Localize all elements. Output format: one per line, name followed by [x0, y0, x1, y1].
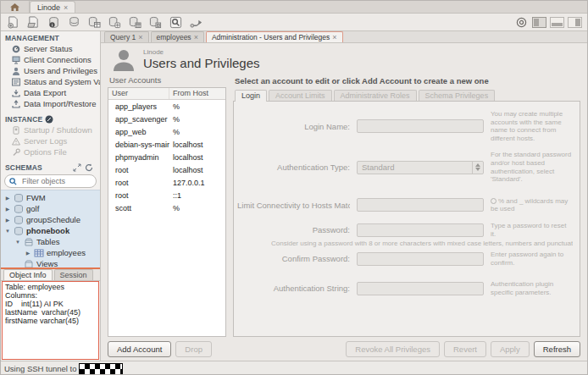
sidebar-item-label: Data Export — [24, 88, 66, 97]
refresh-button[interactable]: Refresh — [534, 341, 580, 357]
host-cell: % — [169, 128, 183, 136]
schema-tree-item-fwm[interactable]: ▶ FWM — [1, 192, 100, 203]
toggle-left-panel-icon[interactable] — [532, 17, 546, 28]
toggle-right-panel-icon[interactable] — [568, 17, 582, 28]
close-icon[interactable]: × — [64, 3, 68, 12]
open-sql-script-icon[interactable] — [26, 15, 41, 29]
sidebar-item-client-connections[interactable]: Client Connections — [1, 54, 100, 65]
table-row[interactable]: rootlocalhost — [108, 163, 225, 176]
apply-button[interactable]: Apply — [491, 341, 530, 357]
connection-tab[interactable]: Linode × — [30, 1, 75, 13]
schema-filter-input[interactable] — [20, 176, 88, 186]
tab-account-limits[interactable]: Account Limits — [269, 90, 332, 102]
table-row[interactable]: app_scavenger% — [108, 113, 225, 125]
migration-wizard-icon[interactable] — [189, 15, 203, 29]
user-cell: debian-sys-maint — [108, 141, 169, 149]
table-row[interactable]: phpmyadminlocalhost — [108, 151, 225, 163]
table-row[interactable]: app_players% — [108, 100, 225, 113]
db-add-view-icon[interactable] — [148, 15, 163, 29]
table-row[interactable]: scott% — [108, 201, 225, 214]
drop-button[interactable]: Drop — [175, 341, 212, 357]
dashboard-icon[interactable] — [514, 15, 529, 29]
mysql-workbench-window: Linode × MANAGEMENT — [0, 0, 588, 375]
tab-object-info[interactable]: Object Info — [3, 269, 53, 280]
close-icon[interactable]: × — [194, 33, 198, 41]
table-row[interactable]: root127.0.0.1 — [108, 176, 225, 189]
sidebar-item-label: Startup / Shutdown — [24, 125, 92, 135]
schemas-section-header: SCHEMAS — [1, 161, 100, 173]
tab-employees[interactable]: employees × — [151, 31, 204, 42]
tab-session[interactable]: Session — [54, 269, 93, 280]
schema-tree-item-golf[interactable]: ▶ golf — [1, 203, 100, 214]
sidebar-item-server-logs[interactable]: Server Logs — [1, 135, 100, 146]
schema-tree-item-views[interactable]: Views — [1, 258, 100, 267]
schema-tree-item-employees[interactable]: ▶ employees — [1, 247, 100, 258]
revert-button[interactable]: Revert — [444, 341, 486, 357]
table-row[interactable]: root::1 — [108, 189, 225, 201]
user-cell: root — [108, 191, 169, 200]
tab-administrative-roles[interactable]: Administrative Roles — [334, 90, 417, 102]
table-row[interactable]: debian-sys-maintlocalhost — [108, 138, 225, 151]
home-tab[interactable] — [1, 1, 30, 13]
toggle-bottom-panel-icon[interactable] — [550, 17, 564, 28]
confirm-password-label: Confirm Password: — [237, 254, 350, 263]
wrench-icon — [11, 147, 20, 157]
close-icon[interactable]: × — [138, 33, 142, 41]
db-schema-icon[interactable] — [87, 15, 102, 29]
refresh-schemas-icon[interactable] — [85, 163, 93, 172]
expand-panel-icon[interactable] — [73, 163, 81, 172]
schema-tree-item-phonebook[interactable]: ▼ phonebook — [1, 225, 100, 236]
db-status-icon[interactable] — [47, 15, 61, 29]
sidebar-item-startup-shutdown[interactable]: Startup / Shutdown — [1, 124, 100, 135]
tab-label: Administration - Users and Privileges — [212, 33, 330, 41]
sidebar-item-server-status[interactable]: Server Status — [1, 43, 100, 54]
sidebar-item-data-import[interactable]: Data Import/Restore — [1, 98, 100, 109]
host-cell: localhost — [169, 141, 207, 149]
sidebar-item-options-file[interactable]: Options File — [1, 146, 100, 157]
sidebar-item-status-system-variables[interactable]: Status and System Variables — [1, 76, 100, 87]
collapse-arrow-icon[interactable]: ▼ — [4, 229, 11, 234]
schema-tree-item-groupschedule[interactable]: ▶ groupSchedule — [1, 214, 100, 225]
schema-icon — [14, 227, 24, 235]
schema-tree: ▶ FWM ▶ golf ▶ groupSchedule ▼ p — [1, 190, 100, 267]
auth-type-value: Standard — [358, 163, 395, 172]
sidebar-item-label: Client Connections — [24, 55, 92, 64]
db-connections-icon[interactable] — [67, 15, 81, 29]
tab-schema-privileges[interactable]: Schema Privileges — [419, 90, 496, 102]
host-cell: localhost — [169, 166, 207, 174]
tab-administration-users-privileges[interactable]: Administration - Users and Privileges × — [206, 31, 343, 42]
expand-arrow-icon[interactable]: ▶ — [4, 217, 11, 223]
schema-filter-box[interactable] — [4, 174, 97, 188]
search-data-icon[interactable] — [169, 15, 183, 29]
schema-label: Tables — [36, 237, 59, 246]
db-add-table-icon[interactable] — [128, 15, 142, 29]
tab-login[interactable]: Login — [235, 90, 267, 102]
sidebar-item-label: Server Status — [24, 44, 73, 53]
new-query-icon[interactable] — [6, 15, 20, 29]
add-account-button[interactable]: Add Account — [108, 341, 171, 357]
close-icon[interactable]: × — [332, 33, 336, 41]
instance-config-icon[interactable] — [45, 115, 53, 124]
import-icon — [11, 99, 20, 108]
db-add-schema-icon[interactable] — [108, 15, 122, 29]
column-header-from-host[interactable]: From Host — [169, 88, 212, 99]
editor-tab-bar: Query 1 × employees × Administration - U… — [101, 31, 587, 43]
sidebar-item-users-and-privileges[interactable]: Users and Privileges — [1, 65, 100, 76]
host-cell: % — [169, 115, 183, 124]
schema-tree-item-tables[interactable]: ▼ Tables — [1, 236, 100, 247]
sidebar-item-label: Status and System Variables — [24, 77, 100, 86]
sidebar-item-data-export[interactable]: Data Export — [1, 87, 100, 98]
monitor-icon — [11, 55, 20, 64]
tab-query-1[interactable]: Query 1 × — [104, 31, 149, 42]
column-header-user[interactable]: User — [108, 88, 169, 99]
revoke-all-privileges-button[interactable]: Revoke All Privileges — [346, 341, 440, 357]
table-row[interactable]: app_web% — [108, 125, 225, 138]
table-header: User From Host — [108, 88, 225, 100]
collapse-arrow-icon[interactable]: ▼ — [14, 240, 21, 245]
user-cell: app_scavenger — [108, 115, 169, 124]
object-info-line: firstName varchar(45) — [5, 317, 96, 325]
expand-arrow-icon[interactable]: ▶ — [4, 195, 11, 201]
expand-arrow-icon[interactable]: ▶ — [25, 250, 31, 256]
select-account-prompt: Select an account to edit or click Add A… — [233, 74, 580, 89]
expand-arrow-icon[interactable]: ▶ — [4, 206, 11, 212]
